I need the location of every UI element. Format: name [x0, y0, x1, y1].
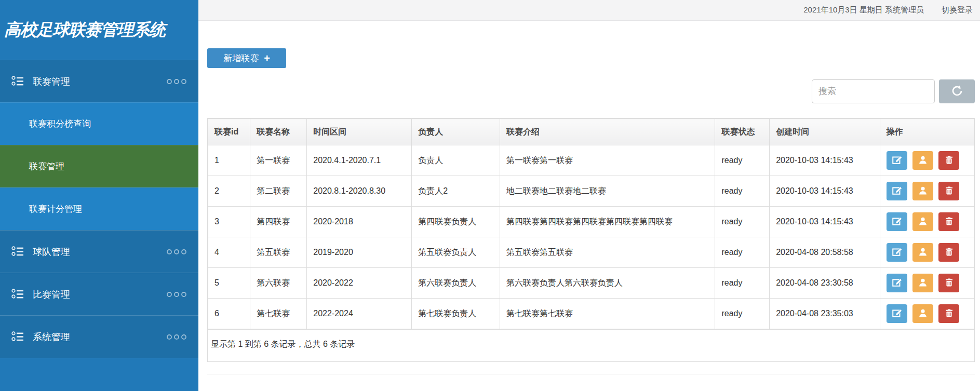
switch-login-link[interactable]: 切换登录: [942, 5, 973, 15]
table-row: 4 第五联赛 2019-2020 第五联赛负责人 第五联赛第五联赛 ready …: [208, 237, 974, 268]
cell-intro: 第四联赛第四联赛第四联赛第四联赛第四联赛: [500, 207, 715, 237]
sidebar-item-match-management[interactable]: 比赛管理: [0, 273, 198, 315]
user-button[interactable]: [912, 212, 933, 231]
cell-actions: [880, 176, 974, 207]
cell-manager: 第六联赛负责人: [412, 268, 500, 299]
sidebar-item-team-management[interactable]: 球队管理: [0, 230, 198, 273]
cell-created-time: 2020-04-08 23:35:03: [770, 299, 880, 329]
table-row: 1 第一联赛 2020.4.1-2020.7.1 负责人 第一联赛第一联赛 re…: [208, 145, 974, 176]
edit-button[interactable]: [887, 243, 907, 262]
cell-league-name: 第六联赛: [250, 268, 307, 299]
cell-intro: 第一联赛第一联赛: [500, 145, 715, 176]
table-row: 2 第二联赛 2020.8.1-2020.8.30 负责人2 地二联赛地二联赛地…: [208, 176, 974, 207]
date-user-text: 2021年10月3日 星期日 系统管理员: [803, 5, 924, 15]
user-icon: [918, 308, 928, 320]
ellipsis-dots-icon: [166, 334, 187, 340]
main-area: 2021年10月3日 星期日 系统管理员 切换登录 新增联赛 +: [198, 0, 980, 391]
cell-actions: [880, 207, 974, 237]
plus-icon: +: [264, 53, 270, 63]
cell-actions: [880, 268, 974, 299]
sidebar-item-system-management[interactable]: 系统管理: [0, 315, 198, 358]
list-icon: [11, 246, 24, 257]
trash-icon: [944, 308, 954, 320]
list-icon: [11, 289, 24, 300]
table-row: 6 第七联赛 2022-2024 第七联赛负责人 第七联赛第七联赛 ready …: [208, 299, 974, 329]
user-icon: [918, 247, 928, 259]
column-header-time-range: 时间区间: [307, 119, 412, 145]
cell-league-id: 4: [208, 237, 250, 268]
edit-button[interactable]: [887, 151, 907, 170]
cell-status: ready: [715, 237, 770, 268]
cell-time-range: 2022-2024: [307, 299, 412, 329]
content: 新增联赛 +: [198, 21, 980, 374]
search-row: [207, 79, 975, 103]
user-button[interactable]: [912, 151, 933, 170]
sidebar-subitem-league-standings-query[interactable]: 联赛积分榜查询: [0, 102, 198, 145]
app-window: 高校足球联赛管理系统 联赛管理 联赛积: [0, 0, 980, 391]
search-input[interactable]: [812, 79, 935, 103]
sidebar-item-label: 系统管理: [33, 331, 70, 343]
sidebar-subitem-label: 联赛管理: [29, 160, 64, 172]
sidebar: 高校足球联赛管理系统 联赛管理 联赛积: [0, 0, 198, 391]
sidebar-subitem-label: 联赛计分管理: [29, 203, 82, 215]
add-league-button[interactable]: 新增联赛 +: [207, 48, 286, 68]
edit-icon: [891, 307, 903, 320]
user-button[interactable]: [912, 274, 933, 292]
sidebar-item-league-management[interactable]: 联赛管理: [0, 60, 198, 102]
delete-button[interactable]: [938, 243, 959, 262]
edit-icon: [891, 185, 903, 197]
user-button[interactable]: [912, 182, 933, 200]
league-table: 联赛id 联赛名称 时间区间 负责人 联赛介绍 联赛状态 创建时间 操作 1 第…: [208, 118, 974, 329]
delete-button[interactable]: [938, 212, 959, 231]
cell-actions: [880, 237, 974, 268]
cell-league-id: 1: [208, 145, 250, 176]
delete-button[interactable]: [938, 274, 959, 292]
column-header-manager: 负责人: [412, 119, 500, 145]
edit-button[interactable]: [887, 212, 907, 231]
pagination-summary: 显示第 1 到第 6 条记录，总共 6 条记录: [208, 329, 974, 361]
topbar: 2021年10月3日 星期日 系统管理员 切换登录: [198, 0, 980, 21]
cell-league-id: 2: [208, 176, 250, 207]
delete-button[interactable]: [938, 182, 959, 200]
cell-status: ready: [715, 299, 770, 329]
list-icon: [11, 331, 24, 342]
cell-time-range: 2020.4.1-2020.7.1: [307, 145, 412, 176]
refresh-icon: [951, 85, 963, 99]
cell-league-name: 第一联赛: [250, 145, 307, 176]
add-league-button-label: 新增联赛: [223, 52, 259, 64]
sidebar-subitem-league-management-active[interactable]: 联赛管理: [0, 145, 198, 187]
user-icon: [918, 216, 928, 228]
table-body: 1 第一联赛 2020.4.1-2020.7.1 负责人 第一联赛第一联赛 re…: [208, 145, 974, 329]
edit-button[interactable]: [887, 274, 907, 292]
cell-time-range: 2020-2022: [307, 268, 412, 299]
user-icon: [918, 155, 928, 167]
user-button[interactable]: [912, 304, 933, 323]
delete-button[interactable]: [938, 304, 959, 323]
cell-intro: 第五联赛第五联赛: [500, 237, 715, 268]
refresh-button[interactable]: [939, 79, 975, 103]
edit-icon: [891, 277, 903, 289]
edit-button[interactable]: [887, 182, 907, 200]
cell-league-name: 第二联赛: [250, 176, 307, 207]
edit-icon: [891, 154, 903, 167]
cell-manager: 负责人2: [412, 176, 500, 207]
ellipsis-dots-icon: [166, 249, 187, 255]
cell-manager: 第五联赛负责人: [412, 237, 500, 268]
sidebar-item-label: 联赛管理: [33, 75, 70, 88]
sidebar-subitem-league-scoring-management[interactable]: 联赛计分管理: [0, 187, 198, 230]
user-button[interactable]: [912, 243, 933, 262]
user-icon: [918, 185, 928, 197]
cell-time-range: 2020.8.1-2020.8.30: [307, 176, 412, 207]
delete-button[interactable]: [938, 151, 959, 170]
cell-manager: 第四联赛负责人: [412, 207, 500, 237]
league-table-container: 联赛id 联赛名称 时间区间 负责人 联赛介绍 联赛状态 创建时间 操作 1 第…: [207, 118, 975, 362]
cell-manager: 负责人: [412, 145, 500, 176]
trash-icon: [944, 247, 954, 259]
edit-button[interactable]: [887, 304, 907, 323]
cell-created-time: 2020-10-03 14:15:43: [770, 176, 880, 207]
cell-actions: [880, 299, 974, 329]
cell-league-name: 第七联赛: [250, 299, 307, 329]
cell-created-time: 2020-10-03 14:15:43: [770, 145, 880, 176]
column-header-created-time: 创建时间: [770, 119, 880, 145]
cell-manager: 第七联赛负责人: [412, 299, 500, 329]
